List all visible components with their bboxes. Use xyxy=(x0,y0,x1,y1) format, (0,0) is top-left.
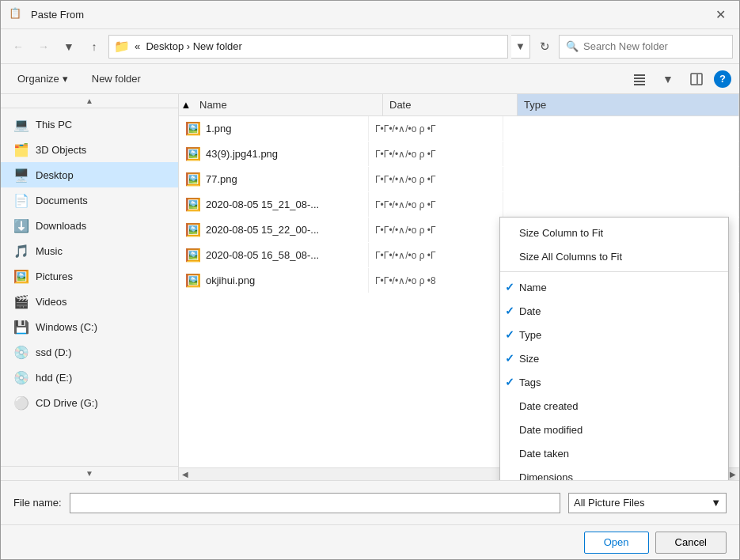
sidebar-icon-downloads: ⬇️ xyxy=(13,218,29,233)
close-button[interactable]: ✕ xyxy=(709,4,731,26)
cancel-button[interactable]: Cancel xyxy=(655,532,727,554)
file-date: Γ•Γ•/•∧/•ο ρ •Γ xyxy=(369,116,503,141)
file-row[interactable]: 🖼️ 2020-08-05 15_21_08-... Γ•Γ•/•∧/•ο ρ … xyxy=(179,192,739,218)
toolbar: Organize ▾ New folder ▼ ? xyxy=(1,64,739,94)
sidebar: 💻 This PC 🗂️ 3D Objects 🖥️ Desktop 📄 Doc… xyxy=(1,108,178,466)
title-bar: 📋 Paste From ✕ xyxy=(1,1,739,29)
file-name: 2020-08-05 15_22_00-... xyxy=(206,224,319,236)
ctx-item-dimensions[interactable]: Dimensions xyxy=(500,465,728,480)
new-folder-label: New folder xyxy=(92,73,141,85)
sidebar-label-music: Music xyxy=(36,245,63,257)
file-date: Γ•Γ•/•∧/•ο ρ •8 xyxy=(369,268,503,293)
ctx-size-all-columns-fit[interactable]: Size All Columns to Fit xyxy=(500,244,728,268)
sidebar-label-3d-objects: 3D Objects xyxy=(36,144,86,156)
sidebar-item-pictures[interactable]: 🖼️ Pictures xyxy=(1,263,178,289)
svg-rect-4 xyxy=(691,74,702,85)
ctx-item-date-modified[interactable]: Date modified xyxy=(500,418,728,441)
search-input[interactable] xyxy=(583,40,726,52)
sidebar-item-this-pc[interactable]: 💻 This PC xyxy=(1,112,178,137)
dialog-icon: 📋 xyxy=(9,7,25,23)
history-dropdown-button[interactable]: ▼ xyxy=(58,36,80,58)
col-header-type[interactable]: Type xyxy=(518,94,739,115)
sidebar-label-this-pc: This PC xyxy=(36,119,72,131)
svg-rect-1 xyxy=(634,78,645,79)
file-date: Γ•Γ•/•∧/•ο ρ •Γ xyxy=(369,192,503,217)
ctx-item-size[interactable]: ✓Size xyxy=(500,346,728,370)
filetype-dropdown[interactable]: All Picture Files ▼ xyxy=(568,493,727,513)
sidebar-label-downloads: Downloads xyxy=(36,220,86,232)
sidebar-item-ssd-d[interactable]: 💿 ssd (D:) xyxy=(1,339,178,365)
file-row[interactable]: 🖼️ 1.png Γ•Γ•/•∧/•ο ρ •Γ xyxy=(179,116,739,142)
file-name: 2020-08-05 15_21_08-... xyxy=(206,199,319,210)
filetype-chevron-icon: ▼ xyxy=(711,497,721,509)
help-button[interactable]: ? xyxy=(714,70,731,88)
forward-button[interactable]: → xyxy=(32,36,55,58)
preview-pane-button[interactable] xyxy=(685,69,708,89)
sidebar-scroll-up[interactable]: ▲ xyxy=(1,94,178,108)
address-path[interactable]: 📁 « Desktop › New folder xyxy=(108,35,508,59)
sidebar-scroll-down[interactable]: ▼ xyxy=(1,466,178,480)
file-row[interactable]: 🖼️ 77.png Γ•Γ•/•∧/•ο ρ •Γ xyxy=(179,167,739,192)
refresh-button[interactable]: ↻ xyxy=(533,35,556,59)
check-icon: ✓ xyxy=(505,305,514,317)
file-date: Γ•Γ•/•∧/•ο ρ •Γ xyxy=(369,218,503,242)
sidebar-item-downloads[interactable]: ⬇️ Downloads xyxy=(1,213,178,238)
search-box[interactable]: 🔍 xyxy=(559,35,733,59)
sidebar-label-hdd-e: hdd (E:) xyxy=(36,372,72,384)
ctx-item-date-taken[interactable]: Date taken xyxy=(500,441,728,465)
view-dropdown-button[interactable]: ▼ xyxy=(657,69,679,89)
file-type xyxy=(503,192,739,217)
sidebar-item-windows-c[interactable]: 💾 Windows (C:) xyxy=(1,314,178,339)
ctx-size-column-fit[interactable]: Size Column to Fit xyxy=(500,221,728,244)
address-bar: ← → ▼ ↑ 📁 « Desktop › New folder ▼ ↻ 🔍 xyxy=(1,29,739,64)
check-icon: ✓ xyxy=(505,328,514,341)
file-date: Γ•Γ•/•∧/•ο ρ •Γ xyxy=(369,243,503,267)
file-name: 77.png xyxy=(206,173,237,185)
check-icon: ✓ xyxy=(505,352,514,365)
sidebar-item-music[interactable]: 🎵 Music xyxy=(1,238,178,263)
file-type xyxy=(503,142,739,166)
sidebar-label-cd-drive: CD Drive (G:) xyxy=(36,397,98,409)
file-row[interactable]: 🖼️ 43(9).jpg41.png Γ•Γ•/•∧/•ο ρ •Γ xyxy=(179,142,739,167)
search-icon: 🔍 xyxy=(566,40,579,52)
file-type xyxy=(503,167,739,191)
view-details-button[interactable] xyxy=(628,69,651,89)
sidebar-label-documents: Documents xyxy=(36,195,88,206)
ctx-item-date[interactable]: ✓Date xyxy=(500,299,728,323)
sidebar-item-cd-drive[interactable]: ⚪ CD Drive (G:) xyxy=(1,390,178,415)
sort-indicator: ▲ xyxy=(179,99,193,111)
filename-input[interactable] xyxy=(70,493,560,513)
sidebar-icon-videos: 🎬 xyxy=(13,293,29,309)
sidebar-icon-ssd-d: 💿 xyxy=(13,344,29,360)
sidebar-item-hdd-e[interactable]: 💿 hdd (E:) xyxy=(1,365,178,390)
sidebar-label-videos: Videos xyxy=(36,296,67,308)
sidebar-label-pictures: Pictures xyxy=(36,271,73,282)
sidebar-item-desktop[interactable]: 🖥️ Desktop xyxy=(1,162,178,187)
ctx-item-date-created[interactable]: Date created xyxy=(500,394,728,418)
file-icon: 🖼️ xyxy=(185,146,201,161)
sidebar-item-videos[interactable]: 🎬 Videos xyxy=(1,289,178,314)
new-folder-button[interactable]: New folder xyxy=(83,69,150,89)
dialog-title: Paste From xyxy=(31,9,709,21)
check-icon: ✓ xyxy=(505,376,514,388)
address-chevron[interactable]: ▼ xyxy=(511,35,530,59)
up-button[interactable]: ↑ xyxy=(83,36,105,58)
address-label: « Desktop › New folder xyxy=(135,40,242,52)
col-header-name[interactable]: Name xyxy=(193,94,383,115)
organize-button[interactable]: Organize ▾ xyxy=(9,69,77,89)
action-row: Open Cancel xyxy=(1,524,739,559)
organize-chevron-icon: ▾ xyxy=(63,73,68,85)
back-button[interactable]: ← xyxy=(7,36,29,58)
open-button[interactable]: Open xyxy=(584,532,649,554)
hscroll-left[interactable]: ◀ xyxy=(179,468,192,481)
ctx-item-type[interactable]: ✓Type xyxy=(500,323,728,346)
file-date: Γ•Γ•/•∧/•ο ρ •Γ xyxy=(369,167,503,191)
ctx-separator-1 xyxy=(500,271,728,272)
file-name: okjihui.png xyxy=(206,274,255,286)
ctx-item-name[interactable]: ✓Name xyxy=(500,275,728,299)
ctx-item-tags[interactable]: ✓Tags xyxy=(500,370,728,394)
context-menu: Size Column to Fit Size All Columns to F… xyxy=(499,217,729,480)
sidebar-item-documents[interactable]: 📄 Documents xyxy=(1,187,178,213)
col-header-date[interactable]: Date xyxy=(383,94,518,115)
sidebar-item-3d-objects[interactable]: 🗂️ 3D Objects xyxy=(1,137,178,162)
